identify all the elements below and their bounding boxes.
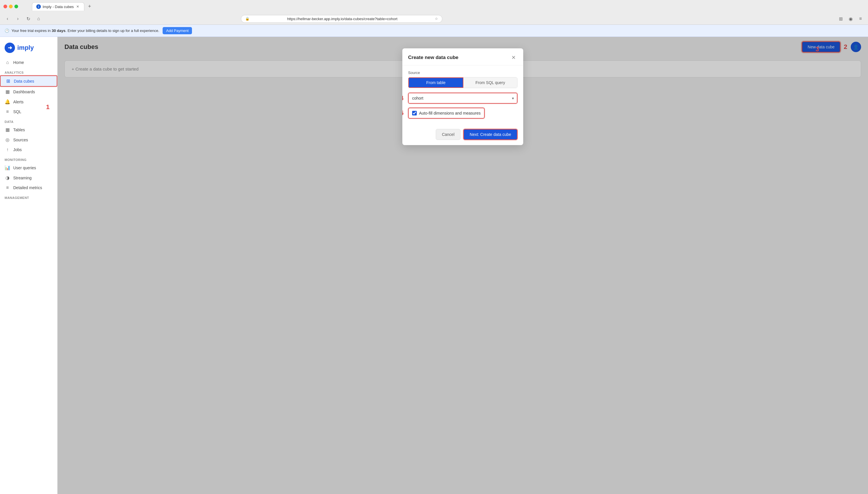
from-table-button[interactable]: From table	[408, 77, 463, 88]
sidebar-item-jobs-label: Jobs	[13, 147, 22, 152]
sql-icon: ≡	[5, 109, 11, 114]
sidebar-item-dashboards-label: Dashboards	[13, 90, 35, 94]
tab-bar: i Imply - Data cubes ✕ +	[29, 2, 96, 11]
tables-icon: ▦	[5, 127, 11, 132]
browser-titlebar: i Imply - Data cubes ✕ +	[0, 0, 868, 13]
modal-overlay: Create new data cube 3 ✕ Source From tab…	[58, 37, 868, 494]
auto-fill-row: Auto-fill dimensions and measures	[408, 108, 485, 119]
browser-toolbar-actions: ⊞ ◉ ≡	[837, 15, 865, 23]
annotation-1: 1	[46, 103, 50, 111]
jobs-icon: ↑	[5, 147, 11, 152]
create-data-cube-modal: Create new data cube 3 ✕ Source From tab…	[402, 49, 523, 145]
window-controls	[3, 5, 18, 8]
add-payment-button[interactable]: Add Payment	[162, 27, 192, 34]
annotation-4: 4	[402, 94, 404, 102]
streaming-icon: ◑	[5, 175, 11, 180]
table-select-dropdown-icon[interactable]: ▾	[509, 94, 517, 103]
minimize-window-dot[interactable]	[9, 5, 13, 8]
url-text: https://hellmar-becker.app.imply.io/data…	[251, 17, 433, 21]
sidebar-item-alerts-label: Alerts	[13, 100, 24, 104]
tab-close-button[interactable]: ✕	[75, 4, 80, 9]
logo-icon: ➜	[5, 43, 15, 53]
active-tab[interactable]: i Imply - Data cubes ✕	[32, 2, 84, 11]
modal-close-button[interactable]: ✕	[509, 54, 518, 62]
modal-footer: Cancel Next: Create data cube 6	[402, 129, 523, 145]
maximize-window-dot[interactable]	[14, 5, 18, 8]
alerts-icon: 🔔	[5, 99, 11, 104]
extensions-icon[interactable]: ⊞	[837, 15, 845, 23]
sources-icon: ◎	[5, 137, 11, 142]
modal-title: Create new data cube	[408, 55, 459, 60]
source-toggle: From table From SQL query	[408, 77, 518, 88]
table-select-row: ▾	[408, 93, 518, 103]
sidebar-item-streaming-label: Streaming	[13, 176, 32, 180]
logo-arrow: ➜	[8, 45, 12, 51]
detailed-metrics-icon: ≡	[5, 185, 11, 190]
sidebar-item-detailed-metrics[interactable]: ≡ Detailed metrics	[0, 183, 57, 193]
sidebar: ➜ imply ⌂ Home ANALYTICS ⊞ Data cubes 1 …	[0, 37, 58, 494]
sidebar-item-tables-label: Tables	[13, 128, 25, 132]
tab-label: Imply - Data cubes	[43, 5, 74, 9]
annotation-5: 5	[402, 109, 404, 117]
menu-icon[interactable]: ≡	[856, 15, 865, 23]
dashboards-icon: ▦	[5, 89, 11, 94]
next-create-button[interactable]: Next: Create data cube	[463, 129, 518, 140]
sidebar-item-dashboards[interactable]: ▦ Dashboards	[0, 87, 57, 97]
sidebar-item-home-label: Home	[13, 60, 24, 65]
home-icon: ⌂	[5, 60, 11, 65]
security-icon: 🔒	[245, 17, 250, 21]
management-section-label: MANAGEMENT	[0, 193, 57, 201]
table-select-input[interactable]	[409, 93, 509, 103]
analytics-section-label: ANALYTICS	[0, 68, 57, 75]
auto-fill-checkbox[interactable]	[412, 111, 417, 115]
logo-text: imply	[17, 44, 34, 52]
data-cubes-icon: ⊞	[5, 78, 11, 84]
modal-header: Create new data cube 3 ✕	[402, 49, 523, 65]
modal-body: Source From table From SQL query 4 ▾ 5	[402, 65, 523, 129]
close-window-dot[interactable]	[3, 5, 7, 8]
auto-fill-label: Auto-fill dimensions and measures	[419, 111, 481, 115]
sidebar-item-streaming[interactable]: ◑ Streaming	[0, 173, 57, 183]
url-bar[interactable]: 🔒 https://hellmar-becker.app.imply.io/da…	[241, 15, 442, 23]
data-section-label: DATA	[0, 117, 57, 125]
reload-button[interactable]: ↻	[24, 15, 32, 23]
user-queries-icon: 📊	[5, 165, 11, 170]
sidebar-item-tables[interactable]: ▦ Tables	[0, 125, 57, 135]
sidebar-item-jobs[interactable]: ↑ Jobs	[0, 145, 57, 155]
trial-text: Your free trial expires in 30 days. Ente…	[12, 28, 159, 33]
sidebar-item-user-queries-label: User queries	[13, 166, 36, 170]
source-label: Source	[408, 71, 518, 75]
new-tab-button[interactable]: +	[85, 3, 94, 11]
address-bar-row: ‹ › ↻ ⌂ 🔒 https://hellmar-becker.app.imp…	[0, 13, 868, 24]
tab-favicon: i	[36, 4, 41, 9]
main-content: Data cubes New data cube 2 👤 + Create a …	[58, 37, 868, 494]
home-button[interactable]: ⌂	[35, 15, 43, 23]
back-button[interactable]: ‹	[3, 15, 12, 23]
sidebar-item-data-cubes[interactable]: ⊞ Data cubes 1	[0, 75, 57, 87]
sidebar-item-sources-label: Sources	[13, 138, 28, 142]
forward-button[interactable]: ›	[14, 15, 22, 23]
sidebar-item-sources[interactable]: ◎ Sources	[0, 135, 57, 145]
sidebar-item-detailed-metrics-label: Detailed metrics	[13, 185, 42, 190]
bookmark-icon: ☆	[435, 17, 438, 21]
clock-icon: 🕐	[5, 28, 9, 33]
sidebar-item-sql-label: SQL	[13, 109, 21, 114]
cancel-button[interactable]: Cancel	[436, 129, 461, 140]
trial-banner: 🕐 Your free trial expires in 30 days. En…	[0, 25, 868, 37]
monitoring-section-label: MONITORING	[0, 155, 57, 163]
sidebar-item-user-queries[interactable]: 📊 User queries	[0, 163, 57, 173]
sidebar-item-data-cubes-label: Data cubes	[14, 79, 34, 83]
sidebar-item-home[interactable]: ⌂ Home	[0, 58, 57, 68]
profile-icon[interactable]: ◉	[847, 15, 855, 23]
browser-chrome: i Imply - Data cubes ✕ + ‹ › ↻ ⌂ 🔒 https…	[0, 0, 868, 25]
from-sql-button[interactable]: From SQL query	[463, 77, 517, 88]
logo: ➜ imply	[0, 39, 57, 58]
app-container: ➜ imply ⌂ Home ANALYTICS ⊞ Data cubes 1 …	[0, 37, 868, 494]
